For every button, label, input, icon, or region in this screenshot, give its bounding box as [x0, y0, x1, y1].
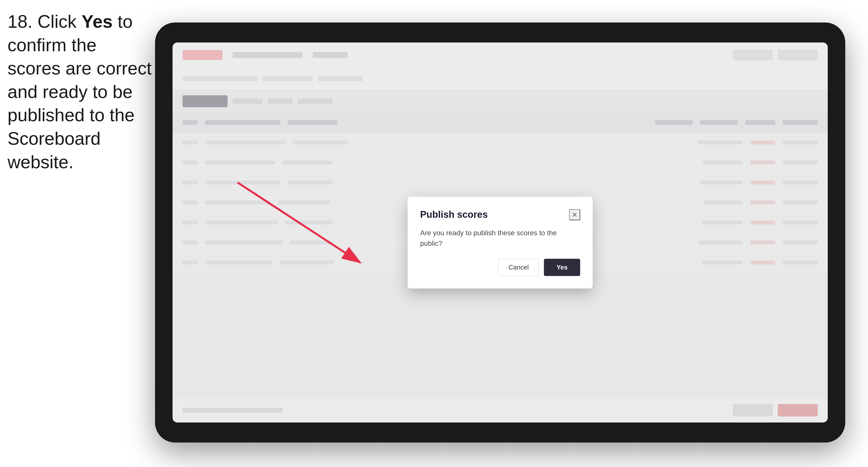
instruction-pre: Click	[37, 11, 82, 31]
tablet-screen: Publish scores × Are you ready to publis…	[173, 42, 828, 423]
publish-scores-dialog: Publish scores × Are you ready to publis…	[408, 197, 593, 288]
tablet-device: Publish scores × Are you ready to publis…	[155, 23, 845, 442]
dialog-header: Publish scores ×	[420, 209, 580, 220]
instruction-post: to confirm the scores are correct and re…	[7, 11, 152, 172]
dialog-message: Are you ready to publish these scores to…	[420, 228, 580, 249]
dialog-close-button[interactable]: ×	[569, 209, 580, 220]
dialog-body: Are you ready to publish these scores to…	[420, 228, 580, 249]
yes-button[interactable]: Yes	[544, 259, 580, 276]
step-number: 18.	[7, 11, 32, 31]
instruction-bold: Yes	[82, 11, 113, 31]
dialog-overlay: Publish scores × Are you ready to publis…	[173, 42, 828, 423]
cancel-button[interactable]: Cancel	[498, 259, 539, 276]
dialog-actions: Cancel Yes	[420, 259, 580, 276]
dialog-title: Publish scores	[420, 209, 488, 220]
instruction-text: 18. Click Yes to confirm the scores are …	[7, 10, 153, 174]
